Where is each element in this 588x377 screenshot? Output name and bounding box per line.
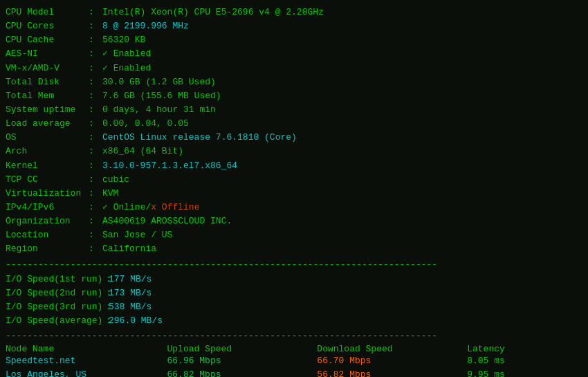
- total-disk-label: Total Disk: [6, 75, 89, 89]
- download-speed: 56.82 Mbps: [317, 368, 467, 377]
- total-mem-label: Total Mem: [6, 89, 89, 103]
- total-mem-row: Total Mem : 7.6 GB (155.6 MB Used): [6, 89, 582, 103]
- kernel-value: 3.10.0-957.1.3.el7.x86_64: [102, 159, 237, 173]
- uptime-label: System uptime: [6, 103, 89, 117]
- latency: 9.95 ms: [467, 368, 582, 377]
- upload-speed: 66.96 Mbps: [167, 354, 318, 368]
- cpu-model-label: CPU Model: [6, 6, 89, 19]
- io-run2-label: I/O Speed(2nd run): [6, 286, 106, 300]
- uptime-value: 0 days, 4 hour 31 min: [102, 103, 216, 117]
- location-label: Location: [6, 228, 89, 242]
- os-row: OS : CentOS Linux release 7.6.1810 (Core…: [6, 131, 582, 145]
- region-row: Region : California: [6, 242, 582, 256]
- cpu-cache-label: CPU Cache: [6, 33, 89, 47]
- kernel-row: Kernel : 3.10.0-957.1.3.el7.x86_64: [6, 159, 582, 173]
- total-mem-value: 7.6 GB (155.6 MB Used): [102, 89, 221, 103]
- cpu-cache-value: 56320 KB: [102, 33, 145, 47]
- network-table-header: Node Name Upload Speed Download Speed La…: [6, 344, 582, 354]
- ipv6-offline: x Offline: [151, 201, 199, 214]
- cpu-model-row: CPU Model : Intel(R) Xeon(R) CPU E5-2696…: [6, 6, 582, 19]
- org-value: AS400619 AROSSCLOUD INC.: [102, 214, 232, 228]
- load-label: Load average: [6, 117, 89, 131]
- io-run3-row: I/O Speed(3rd run) : 538 MB/s: [6, 300, 582, 314]
- uptime-row: System uptime : 0 days, 4 hour 31 min: [6, 103, 582, 117]
- location-row: Location : San Jose / US: [6, 228, 582, 242]
- org-row: Organization : AS400619 AROSSCLOUD INC.: [6, 214, 582, 228]
- io-run1-label: I/O Speed(1st run): [6, 273, 106, 286]
- virt-row: Virtualization : KVM: [6, 187, 582, 201]
- io-run1-row: I/O Speed(1st run) : 177 MB/s: [6, 273, 582, 286]
- io-avg-row: I/O Speed(average) : 296.0 MB/s: [6, 314, 582, 328]
- divider-2: ----------------------------------------…: [6, 331, 582, 341]
- io-run3-label: I/O Speed(3rd run): [6, 300, 106, 314]
- virt-label: Virtualization: [6, 187, 89, 201]
- ipv4-row: IPv4/IPv6 : ✓ Online / x Offline: [6, 201, 582, 214]
- arch-value: x86_64 (64 Bit): [102, 145, 183, 158]
- ipv4-slash: /: [145, 201, 151, 214]
- network-section: Node Name Upload Speed Download Speed La…: [6, 344, 582, 377]
- cpu-cores-label: CPU Cores: [6, 19, 89, 33]
- virt-value: KVM: [102, 187, 118, 201]
- cpu-model-value: Intel(R) Xeon(R) CPU E5-2696 v4 @ 2.20GH…: [102, 6, 324, 19]
- header-download: Download Speed: [317, 344, 467, 354]
- table-row: Los Angeles, US 66.82 Mbps 56.82 Mbps 9.…: [6, 368, 582, 377]
- upload-speed: 66.82 Mbps: [167, 368, 318, 377]
- vm-amd-value: ✓ Enabled: [102, 62, 151, 75]
- header-upload: Upload Speed: [167, 344, 318, 354]
- header-latency: Latency: [467, 344, 582, 354]
- cpu-cores-value: 8 @ 2199.996 MHz: [102, 19, 189, 33]
- io-run1-value: 177 MB/s: [109, 273, 151, 286]
- arch-row: Arch : x86_64 (64 Bit): [6, 145, 582, 158]
- network-table: Node Name Upload Speed Download Speed La…: [6, 344, 582, 377]
- location-value: San Jose / US: [102, 228, 172, 242]
- node-name: Speedtest.net: [6, 354, 167, 368]
- tcp-cc-value: cubic: [102, 173, 129, 187]
- header-node: Node Name: [6, 344, 167, 354]
- kernel-label: Kernel: [6, 159, 89, 173]
- io-section: I/O Speed(1st run) : 177 MB/s I/O Speed(…: [6, 273, 582, 329]
- aes-ni-value: ✓ Enabled: [102, 47, 151, 61]
- table-row: Speedtest.net 66.96 Mbps 66.70 Mbps 8.05…: [6, 354, 582, 368]
- vm-amd-label: VM-x/AMD-V: [6, 62, 89, 75]
- ipv4-online: ✓ Online: [102, 201, 145, 214]
- io-run3-value: 538 MB/s: [109, 300, 151, 314]
- latency: 8.05 ms: [467, 354, 582, 368]
- aes-ni-label: AES-NI: [6, 47, 89, 61]
- tcp-cc-label: TCP CC: [6, 173, 89, 187]
- org-label: Organization: [6, 214, 89, 228]
- ipv4-label: IPv4/IPv6: [6, 201, 89, 214]
- os-label: OS: [6, 131, 89, 145]
- vm-amd-row: VM-x/AMD-V : ✓ Enabled: [6, 62, 582, 75]
- arch-label: Arch: [6, 145, 89, 158]
- download-speed: 66.70 Mbps: [317, 354, 467, 368]
- io-run2-value: 173 MB/s: [109, 286, 151, 300]
- total-disk-row: Total Disk : 30.0 GB (1.2 GB Used): [6, 75, 582, 89]
- cpu-cache-row: CPU Cache : 56320 KB: [6, 33, 582, 47]
- load-row: Load average : 0.00, 0.04, 0.05: [6, 117, 582, 131]
- io-avg-value: 296.0 MB/s: [109, 314, 163, 328]
- io-run2-row: I/O Speed(2nd run) : 173 MB/s: [6, 286, 582, 300]
- region-label: Region: [6, 242, 89, 256]
- divider-1: ----------------------------------------…: [6, 259, 582, 270]
- aes-ni-row: AES-NI : ✓ Enabled: [6, 47, 582, 61]
- total-disk-value: 30.0 GB (1.2 GB Used): [102, 75, 216, 89]
- region-value: California: [102, 242, 156, 256]
- load-value: 0.00, 0.04, 0.05: [102, 117, 189, 131]
- os-value: CentOS Linux release 7.6.1810 (Core): [102, 131, 297, 145]
- io-avg-label: I/O Speed(average): [6, 314, 106, 328]
- node-name: Los Angeles, US: [6, 368, 167, 377]
- system-info: CPU Model : Intel(R) Xeon(R) CPU E5-2696…: [6, 6, 582, 257]
- cpu-cores-row: CPU Cores : 8 @ 2199.996 MHz: [6, 19, 582, 33]
- tcp-cc-row: TCP CC : cubic: [6, 173, 582, 187]
